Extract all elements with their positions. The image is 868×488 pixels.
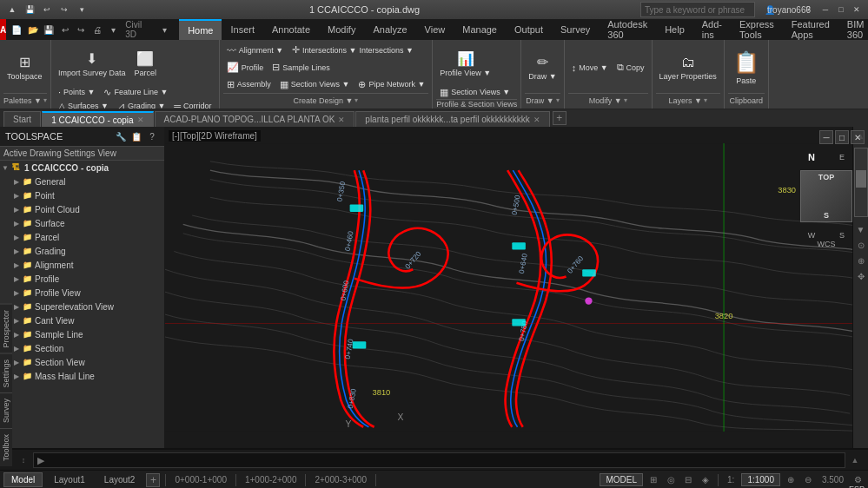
ts-icon-1[interactable]: 🔧 [114, 129, 128, 143]
tab-close-icon[interactable]: ✕ [137, 115, 144, 124]
redo-qa-btn[interactable]: ↪ [74, 22, 88, 37]
expand-general[interactable]: ▶ [14, 178, 19, 186]
expand-point[interactable]: ▶ [14, 192, 19, 200]
import-survey-btn[interactable]: ⬇ Import Survey Data [55, 42, 129, 85]
surfaces-btn[interactable]: △ Surfaces ▼ [55, 99, 112, 109]
expand-profile[interactable]: ▶ [14, 275, 19, 283]
expand-profileview[interactable]: ▶ [14, 289, 19, 297]
save-btn[interactable]: 💾 [42, 22, 56, 37]
ortho-icon[interactable]: ⊟ [681, 473, 695, 487]
polar-icon[interactable]: ◈ [699, 473, 712, 487]
help-icon[interactable]: ? [800, 2, 816, 17]
tab-featured[interactable]: Featured Apps [783, 19, 838, 40]
cmd-expand-icon[interactable]: ↕ [17, 454, 30, 466]
tree-point-cloud[interactable]: ▶ 📁 Point Cloud [0, 202, 164, 216]
tab-survey[interactable]: Survey [552, 19, 599, 40]
assembly-btn[interactable]: ⊞ Assembly [223, 77, 275, 91]
sample-lines-btn[interactable]: ⊟ Sample Lines [268, 61, 334, 75]
vp-close-btn[interactable]: ✕ [851, 130, 865, 144]
tab-acad-plano[interactable]: ACAD-PLANO TOPOG...ILLCA PLANTA OK ✕ [155, 111, 355, 127]
redo-btn[interactable]: ↪ [57, 3, 71, 16]
tree-sectionview[interactable]: ▶ 📁 Section View [0, 355, 164, 369]
drawing-viewport[interactable]: [-][Top][2D Wireframe] ─ □ ✕ N E TOP S W… [165, 127, 868, 448]
dropdown-arrow[interactable]: ▾ [75, 3, 89, 16]
print-btn[interactable]: 🖨 [89, 22, 103, 37]
pipe-network-btn[interactable]: ⊕ Pipe Network ▼ [354, 77, 428, 91]
layers-arrow[interactable]: ▾ [704, 96, 707, 104]
expand-alignment[interactable]: ▶ [14, 261, 19, 269]
add-doc-tab-btn[interactable]: + [553, 111, 567, 125]
draw-arrow[interactable]: ▾ [556, 96, 560, 104]
expand-section[interactable]: ▶ [14, 345, 19, 353]
autocad-icon[interactable]: ▲ [5, 3, 19, 16]
acad-logo[interactable]: A [0, 19, 6, 40]
tree-parcel[interactable]: ▶ 📁 Parcel [0, 230, 164, 244]
tab-express[interactable]: Express Tools [731, 19, 783, 40]
expand-parcel[interactable]: ▶ [14, 234, 19, 241]
expand-sampleline[interactable]: ▶ [14, 331, 19, 339]
cmd-arrow-icon[interactable]: ▲ [849, 454, 861, 466]
tab-view[interactable]: View [416, 19, 454, 40]
vc-south-face[interactable]: S [824, 211, 829, 220]
vp-restore-btn[interactable]: □ [835, 130, 849, 144]
new-btn[interactable]: 📄 [10, 22, 23, 37]
layer-props-btn[interactable]: 🗂 Layer Properties [656, 46, 720, 89]
open-btn[interactable]: 📂 [26, 22, 40, 37]
undo-qa-btn[interactable]: ↩ [58, 22, 72, 37]
toolbox-tab[interactable]: Toolbox [0, 428, 12, 466]
tree-point[interactable]: ▶ 📁 Point [0, 188, 164, 202]
save-icon[interactable]: 💾 [23, 3, 36, 16]
expand-pointcloud[interactable]: ▶ [14, 206, 19, 214]
pan-btn[interactable]: ✥ [854, 269, 868, 283]
tab-analyze[interactable]: Analyze [364, 19, 415, 40]
profile-btn[interactable]: 📈 Profile [223, 61, 268, 75]
corridor-btn[interactable]: ═ Corridor [170, 99, 215, 109]
expand-sectionview[interactable]: ▶ [14, 359, 19, 366]
zoom-btn[interactable]: ⊕ [854, 254, 868, 267]
tree-alignment[interactable]: ▶ 📁 Alignment [0, 258, 164, 272]
tab-output[interactable]: Output [506, 19, 552, 40]
snap-icon[interactable]: ◎ [664, 473, 678, 487]
paste-btn[interactable]: 📋 Paste [728, 44, 765, 91]
intersections-btn[interactable]: ✛ Intersections ▼Intersections ▼ [288, 43, 417, 57]
alignment-btn[interactable]: 〰 Alignment ▼ [223, 43, 287, 57]
profile-view-btn[interactable]: 📊 Profile View ▼ [436, 42, 494, 85]
expand-cantview[interactable]: ▶ [14, 317, 19, 325]
search-input[interactable] [641, 5, 754, 15]
tab-annotate[interactable]: Annotate [263, 19, 319, 40]
tab-help[interactable]: Help [656, 19, 693, 40]
survey-tab[interactable]: Survey [0, 392, 12, 428]
add-layout-btn[interactable]: + [146, 473, 160, 487]
tree-expand-root[interactable]: ▼ [2, 164, 9, 172]
prospector-tab[interactable]: Prospector [0, 304, 12, 353]
grading-btn[interactable]: ⊿ Grading ▼ [114, 99, 169, 109]
tab-bim360[interactable]: BIM 360 [838, 19, 868, 40]
tree-general[interactable]: ▶ 📁 General [0, 175, 164, 188]
ts-icon-3[interactable]: ? [145, 129, 159, 143]
maximize-btn[interactable]: □ [835, 3, 847, 16]
modify-arrow[interactable]: ▾ [624, 96, 627, 104]
dropdown-qa-btn[interactable]: ▾ [106, 22, 120, 37]
command-input[interactable] [34, 455, 845, 465]
tab-addins[interactable]: Add-ins [693, 19, 731, 40]
tab-home[interactable]: Home [179, 19, 222, 40]
tree-masshaul[interactable]: ▶ 📁 Mass Haul Line [0, 369, 164, 383]
tree-section[interactable]: ▶ 📁 Section [0, 341, 164, 355]
search-bar[interactable] [640, 2, 755, 17]
create-design-arrow[interactable]: ▾ [354, 96, 358, 104]
tree-profileview[interactable]: ▶ 📁 Profile View [0, 286, 164, 300]
expand-grading[interactable]: ▶ [14, 247, 19, 255]
section-views-btn[interactable]: ▦ Section Views ▼ [276, 77, 354, 91]
tree-surface[interactable]: ▶ 📁 Surface [0, 216, 164, 230]
tab-close-3-icon[interactable]: ✕ [533, 115, 540, 124]
draw-btn[interactable]: ✏ Draw ▼ [525, 46, 560, 89]
toolspace-btn[interactable]: ⊞ Toolspace [3, 46, 46, 89]
tab-close-2-icon[interactable]: ✕ [338, 115, 345, 124]
expand-surface[interactable]: ▶ [14, 220, 19, 228]
layout1-tab[interactable]: Layout1 [46, 472, 93, 487]
tab-planta-perfil[interactable]: planta perfil okkkkkk...ta perfil okkkkk… [355, 111, 550, 127]
minimize-btn[interactable]: ─ [819, 3, 832, 16]
viewcube-inner[interactable]: TOP S [800, 170, 852, 222]
tree-cantview[interactable]: ▶ 📁 Cant View [0, 313, 164, 327]
move-btn[interactable]: ↕ Move ▼ [568, 61, 612, 75]
